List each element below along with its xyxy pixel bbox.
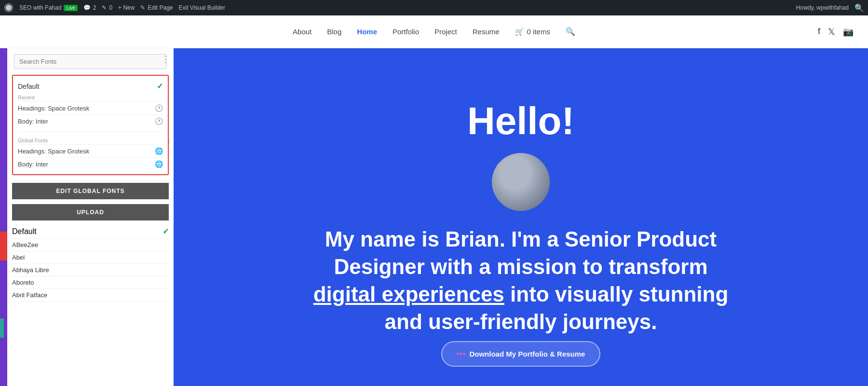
cta-dots: ••• xyxy=(457,349,466,359)
recent-font-name-2: Body: Inter xyxy=(18,118,48,125)
search-icon[interactable]: 🔍 xyxy=(854,3,864,13)
clock-icon-1: 🕐 xyxy=(155,104,163,112)
globe-icon-2: 🌐 xyxy=(155,160,163,168)
cart-icon: 🛒 xyxy=(515,28,524,36)
new-button[interactable]: + New xyxy=(118,4,135,11)
font-list-item-4[interactable]: Aboreto xyxy=(12,276,169,289)
left-sidebar: ⋮ Default ✓ Recent Headings: Space Grote… xyxy=(0,48,174,386)
site-header: About Blog Home Portfolio Project Resume… xyxy=(0,15,868,48)
font-list-item-2[interactable]: Abel xyxy=(12,251,169,264)
drag-handle[interactable]: ⋮ xyxy=(166,138,173,146)
hero-greeting: Hello! xyxy=(467,99,574,143)
avatar xyxy=(492,153,550,211)
font-selected-box: Default ✓ Recent Headings: Space Grotesk… xyxy=(12,75,169,175)
globe-icon-1: 🌐 xyxy=(155,147,163,155)
global-font-item-1[interactable]: Headings: Space Grotesk 🌐 xyxy=(18,144,163,157)
font-search-box xyxy=(7,48,174,73)
nav-portfolio[interactable]: Portfolio xyxy=(393,28,419,36)
live-badge: Live xyxy=(64,5,77,11)
hero-bio: My name is Brian. I'm a Senior Product D… xyxy=(304,225,738,336)
cta-button[interactable]: ••• Download My Portfolio & Resume xyxy=(441,341,601,367)
nav-about[interactable]: About xyxy=(293,28,312,36)
social-icons: f 𝕏 📷 xyxy=(818,27,854,37)
nav-search-icon[interactable]: 🔍 xyxy=(566,27,575,36)
right-edge-bar xyxy=(864,48,868,386)
recent-font-name-1: Headings: Space Grotesk xyxy=(18,105,89,112)
font-default-name: Default xyxy=(18,83,39,90)
global-fonts-label: Global Fonts xyxy=(18,136,163,144)
admin-bar-right: Howdy, wpwithfahad 🔍 xyxy=(796,3,864,13)
font-list-default-name: Default xyxy=(12,227,37,236)
facebook-icon[interactable]: f xyxy=(818,27,820,37)
recent-font-item-1[interactable]: Headings: Space Grotesk 🕐 xyxy=(18,101,163,114)
hero-section: Hello! My name is Brian. I'm a Senior Pr… xyxy=(174,48,868,386)
sidebar-teal-accent xyxy=(0,318,4,338)
font-list-check: ✓ xyxy=(163,227,169,236)
clock-icon-2: 🕐 xyxy=(155,117,163,125)
site-name[interactable]: SEO with Fahad Live xyxy=(19,4,78,11)
comments-link[interactable]: 💬 2 xyxy=(83,4,96,11)
font-default-row[interactable]: Default ✓ xyxy=(18,80,163,93)
font-list: Default ✓ ABeeZee Abel Abhaya Libre Abor… xyxy=(7,224,174,386)
nav-cart[interactable]: 🛒 0 items xyxy=(515,28,550,36)
sidebar-red-accent xyxy=(0,232,7,261)
svg-point-0 xyxy=(4,3,13,12)
font-check-icon: ✓ xyxy=(157,82,163,91)
nav-home[interactable]: Home xyxy=(357,28,377,36)
drafts-link[interactable]: ✎ 0 xyxy=(102,4,112,11)
recent-label: Recent xyxy=(18,93,163,101)
exit-builder-link[interactable]: Exit Visual Builder xyxy=(179,4,226,11)
nav-resume[interactable]: Resume xyxy=(473,28,500,36)
font-list-item-1[interactable]: ABeeZee xyxy=(12,239,169,251)
nav-blog[interactable]: Blog xyxy=(327,28,341,36)
global-font-name-2: Body: Inter xyxy=(18,161,48,168)
font-search-input[interactable] xyxy=(14,54,167,69)
font-list-default[interactable]: Default ✓ xyxy=(12,224,169,239)
font-list-item-5[interactable]: Abril Fatface xyxy=(12,289,169,302)
admin-bar: SEO with Fahad Live 💬 2 ✎ 0 + New ✎ Edit… xyxy=(0,0,868,15)
site-nav: About Blog Home Portfolio Project Resume… xyxy=(293,27,575,36)
font-list-item-3[interactable]: Abhaya Libre xyxy=(12,264,169,276)
nav-project[interactable]: Project xyxy=(434,28,457,36)
global-font-name-1: Headings: Space Grotesk xyxy=(18,148,89,155)
twitter-icon[interactable]: 𝕏 xyxy=(828,27,835,37)
font-picker-panel: ⋮ Default ✓ Recent Headings: Space Grote… xyxy=(7,48,174,386)
wp-logo[interactable] xyxy=(4,3,14,13)
instagram-icon[interactable]: 📷 xyxy=(843,27,854,37)
edit-global-fonts-button[interactable]: EDIT GLOBAL FONTS xyxy=(12,183,169,199)
panel-options-button[interactable]: ⋮ xyxy=(161,54,170,65)
hero-highlight: digital experiences xyxy=(313,282,504,306)
edit-page-link[interactable]: ✎ Edit Page xyxy=(140,4,173,11)
upload-button[interactable]: UPLOAD xyxy=(12,204,169,221)
global-font-item-2[interactable]: Body: Inter 🌐 xyxy=(18,157,163,170)
recent-font-item-2[interactable]: Body: Inter 🕐 xyxy=(18,114,163,127)
